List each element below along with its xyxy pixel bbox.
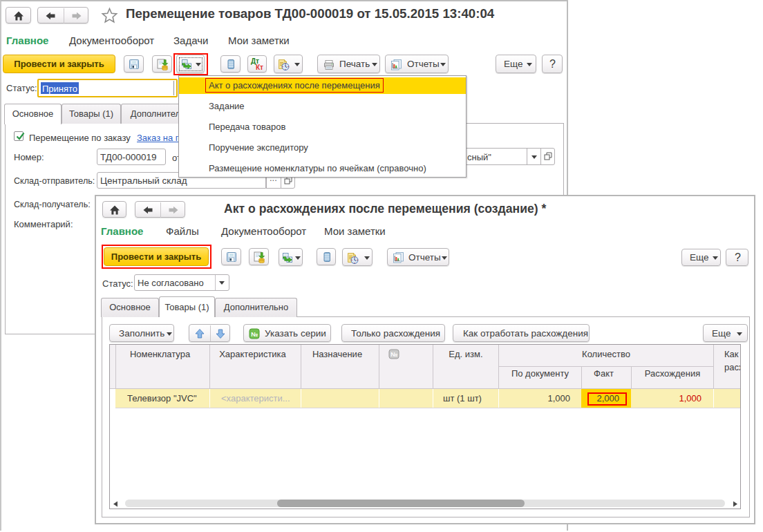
svg-text:№: №: [251, 331, 258, 338]
svg-text:№: №: [390, 351, 397, 358]
